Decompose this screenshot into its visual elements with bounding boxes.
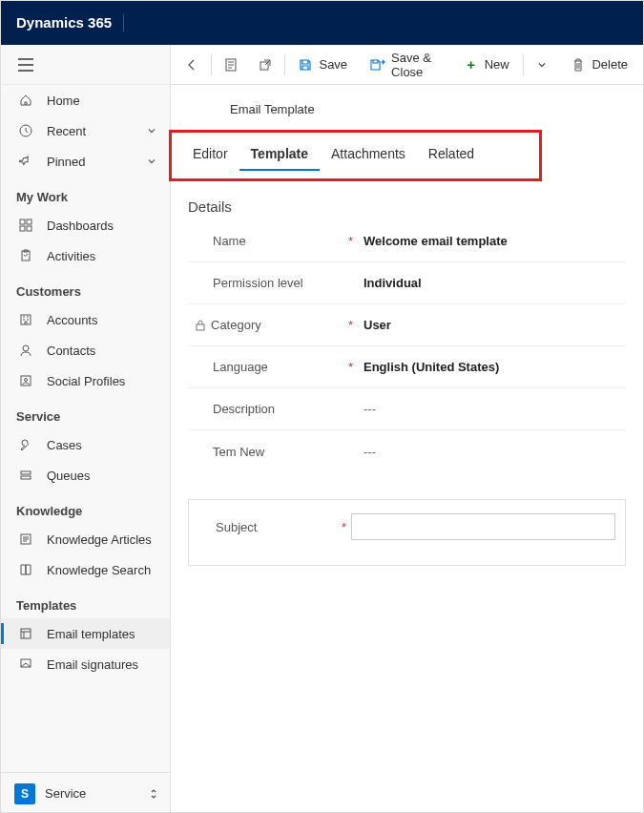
nav-label: Social Profiles	[47, 374, 156, 388]
nav-contacts[interactable]: Contacts	[1, 335, 170, 365]
nav-cases[interactable]: Cases	[1, 429, 170, 460]
nav-queues[interactable]: Queues	[1, 460, 170, 490]
svg-rect-6	[21, 315, 31, 324]
svg-point-7	[23, 345, 29, 351]
tab-template[interactable]: Template	[239, 140, 320, 171]
save-button[interactable]: Save	[286, 45, 359, 85]
back-arrow-icon	[184, 57, 199, 73]
popout-icon	[258, 57, 273, 73]
clock-icon	[18, 123, 33, 138]
profile-icon	[18, 373, 33, 388]
open-new-window-button[interactable]	[248, 45, 282, 85]
field-value: Welcome email template	[358, 234, 618, 248]
nav-knowledge-articles[interactable]: Knowledge Articles	[1, 524, 170, 554]
pin-icon	[18, 154, 33, 169]
cmd-label: Save & Close	[391, 51, 441, 79]
nav-dashboards[interactable]: Dashboards	[1, 210, 170, 240]
required-mark: *	[342, 520, 351, 534]
nav-pinned[interactable]: Pinned	[1, 146, 170, 177]
save-close-icon	[370, 57, 385, 73]
tabs-highlight: Editor Template Attachments Related	[169, 130, 542, 181]
nav-label: Contacts	[47, 344, 156, 358]
nav-group-templates: Templates	[1, 585, 170, 618]
nav-email-signatures[interactable]: Email signatures	[1, 649, 170, 679]
clipboard-icon	[18, 248, 33, 263]
field-label: Description	[213, 402, 275, 416]
field-temnew[interactable]: Tem New ---	[188, 430, 626, 472]
nav-activities[interactable]: Activities	[1, 240, 170, 271]
command-bar: Save Save & Close + New Delete	[171, 45, 643, 85]
brand-title: Dynamics 365	[16, 14, 124, 31]
field-value: User	[358, 318, 618, 332]
field-value: Individual	[358, 276, 618, 290]
sidebar: Home Recent Pinned My Work Dashboards Ac…	[1, 45, 171, 813]
nav-group-knowledge: Knowledge	[1, 490, 170, 524]
svg-rect-11	[21, 476, 31, 479]
signature-icon	[18, 657, 33, 672]
hamburger-icon[interactable]	[18, 57, 33, 73]
nav-label: Activities	[47, 249, 156, 263]
nav-label: Email signatures	[47, 657, 156, 672]
tab-attachments[interactable]: Attachments	[320, 140, 417, 171]
separator	[523, 54, 524, 75]
nav-email-templates[interactable]: Email templates	[1, 618, 170, 649]
svg-rect-10	[21, 471, 31, 474]
field-value: English (United States)	[358, 360, 618, 374]
nav-social-profiles[interactable]: Social Profiles	[1, 365, 170, 396]
main-region: Save Save & Close + New Delete Email Tem…	[171, 45, 643, 813]
nav-knowledge-search[interactable]: Knowledge Search	[1, 554, 170, 585]
field-description[interactable]: Description ---	[188, 388, 626, 430]
svg-rect-3	[20, 226, 25, 231]
nav-label: Recent	[47, 124, 134, 138]
required-mark: *	[348, 234, 358, 248]
queue-icon	[18, 468, 33, 483]
nav-label: Cases	[47, 438, 156, 452]
plus-icon: +	[464, 57, 479, 73]
nav-home[interactable]: Home	[1, 85, 170, 115]
subject-input[interactable]	[351, 513, 615, 540]
field-value: ---	[358, 402, 618, 416]
nav-accounts[interactable]: Accounts	[1, 304, 170, 335]
tab-related[interactable]: Related	[417, 140, 486, 171]
nav-label: Pinned	[47, 155, 134, 169]
wrench-icon	[18, 437, 33, 452]
svg-rect-1	[20, 219, 25, 224]
new-dropdown-button[interactable]	[525, 45, 559, 85]
lock-icon	[196, 320, 205, 331]
field-label: Tem New	[213, 445, 264, 459]
new-button[interactable]: + New	[452, 45, 521, 85]
delete-button[interactable]: Delete	[559, 45, 639, 85]
svg-rect-2	[27, 219, 31, 224]
field-value: ---	[358, 445, 618, 459]
book-icon	[18, 562, 33, 577]
form-selector-button[interactable]	[214, 45, 248, 85]
required-mark: *	[348, 360, 358, 374]
field-name[interactable]: Name * Welcome email template	[188, 220, 626, 262]
building-icon	[18, 312, 33, 327]
section-details-title: Details	[188, 198, 626, 215]
chevron-down-icon	[534, 57, 550, 73]
top-bar: Dynamics 365	[1, 1, 643, 45]
back-button[interactable]	[175, 45, 209, 85]
field-category[interactable]: Category * User	[188, 304, 626, 346]
home-icon	[18, 93, 33, 108]
entity-label: Email Template	[171, 102, 643, 116]
nav-label: Email templates	[47, 627, 156, 641]
nav-label: Knowledge Articles	[47, 532, 156, 547]
field-permission[interactable]: Permission level Individual	[188, 262, 626, 304]
area-label: Service	[45, 786, 86, 801]
area-switcher[interactable]: S Service	[1, 772, 170, 813]
field-label: Subject	[216, 520, 257, 534]
chevron-updown-icon	[149, 787, 158, 801]
nav-group-service: Service	[1, 396, 170, 429]
dashboard-icon	[18, 218, 33, 233]
nav-recent[interactable]: Recent	[1, 115, 170, 146]
field-label: Language	[213, 360, 268, 374]
field-language[interactable]: Language * English (United States)	[188, 346, 626, 388]
cmd-label: Save	[319, 57, 347, 72]
nav-group-mywork: My Work	[1, 177, 170, 210]
tab-editor[interactable]: Editor	[181, 140, 239, 171]
svg-rect-13	[21, 629, 31, 638]
nav-label: Knowledge Search	[47, 563, 156, 577]
save-close-button[interactable]: Save & Close	[359, 45, 452, 85]
